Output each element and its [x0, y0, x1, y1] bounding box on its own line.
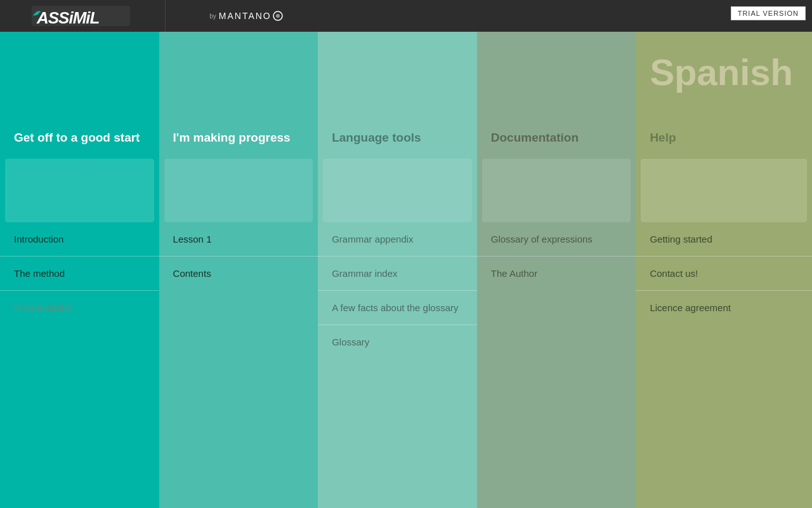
trial-badge: TRIAL VERSION [731, 6, 806, 20]
col-2-card [164, 159, 313, 222]
col-4-header: Documentation [477, 32, 636, 159]
col-3-header: Language tools [318, 32, 477, 159]
header: ASSiMiL by MANTANO TRIAL VERSION [0, 0, 812, 32]
mantano-icon [273, 11, 283, 21]
col-1-card [5, 159, 154, 222]
col-2-items: Lesson 1 Contents [159, 222, 318, 365]
col-4-items: Glossary of expressions The Author [477, 222, 636, 365]
assimil-logo-area: ASSiMiL [0, 0, 165, 32]
column-making-progress: I'm making progress Lesson 1 Contents [159, 32, 318, 508]
col-1-bottom [0, 365, 159, 508]
item-the-author[interactable]: The Author [477, 257, 636, 290]
item-the-method[interactable]: The method [0, 257, 159, 291]
by-label: by [209, 13, 216, 20]
item-getting-started[interactable]: Getting started [636, 222, 812, 257]
column-get-off-to-good-start: Get off to a good start Introduction The… [0, 32, 159, 508]
item-few-facts-glossary[interactable]: A few facts about the glossary [318, 291, 477, 325]
column-language-tools: Language tools Grammar appendix Grammar … [318, 32, 477, 508]
col-5-bottom [636, 365, 812, 508]
item-contact-us[interactable]: Contact us! [636, 257, 812, 291]
item-pronunciation[interactable]: Pronunciation [0, 291, 159, 324]
item-introduction[interactable]: Introduction [0, 222, 159, 257]
col-4-bottom [477, 365, 636, 508]
col-2-header: I'm making progress [159, 32, 318, 159]
item-grammar-index[interactable]: Grammar index [318, 257, 477, 291]
mantano-logo-area: by MANTANO [165, 0, 327, 32]
assimil-logo-svg: ASSiMiL [32, 4, 133, 27]
column-documentation: Documentation Glossary of expressions Th… [477, 32, 636, 508]
item-contents[interactable]: Contents [159, 257, 318, 290]
col-5-title: Help [650, 130, 799, 146]
svg-text:ASSiMiL: ASSiMiL [36, 8, 100, 27]
col-3-card [323, 159, 472, 222]
col-1-items: Introduction The method Pronunciation [0, 222, 159, 365]
column-help: Spanish Help Getting started Contact us!… [636, 32, 812, 508]
mantano-label: MANTANO [219, 11, 272, 21]
spanish-title: Spanish [650, 41, 799, 91]
col-4-title: Documentation [491, 130, 624, 146]
svg-point-3 [276, 14, 280, 18]
item-grammar-appendix[interactable]: Grammar appendix [318, 222, 477, 257]
item-glossary-of-expressions[interactable]: Glossary of expressions [477, 222, 636, 257]
col-5-items: Getting started Contact us! Licence agre… [636, 222, 812, 365]
col-1-header: Get off to a good start [0, 32, 159, 159]
col-3-title: Language tools [332, 130, 464, 146]
item-licence-agreement[interactable]: Licence agreement [636, 291, 812, 324]
col-5-header: Spanish Help [636, 32, 812, 159]
main-content: Get off to a good start Introduction The… [0, 32, 812, 508]
col-1-title: Get off to a good start [14, 130, 147, 146]
col-3-bottom [318, 365, 477, 508]
item-glossary[interactable]: Glossary [318, 325, 477, 359]
col-4-card [482, 159, 631, 222]
col-2-bottom [159, 365, 318, 508]
col-5-card [641, 159, 807, 222]
col-2-title: I'm making progress [173, 130, 306, 146]
item-lesson-1[interactable]: Lesson 1 [159, 222, 318, 257]
col-3-items: Grammar appendix Grammar index A few fac… [318, 222, 477, 365]
